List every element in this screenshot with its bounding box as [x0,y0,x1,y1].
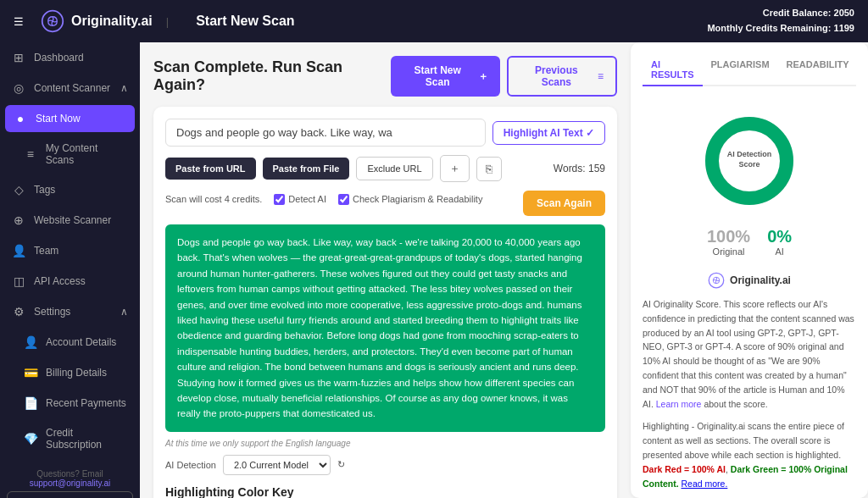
highlighted-text-block: Dogs and people go way back. Like way, w… [165,224,605,432]
sidebar-label-start-now: Start Now [36,113,81,125]
sidebar-label-account: Account Details [46,336,116,348]
paste-from-url-button[interactable]: Paste from URL [165,158,256,180]
chevron-settings-icon: ∧ [120,306,128,318]
original-label: Original [707,246,750,257]
check-plagiarism-checkbox-label[interactable]: Check Plagiarism & Readability [338,194,482,205]
add-icon-button[interactable]: ＋ [440,155,470,182]
ai-label: AI [767,246,792,257]
header-buttons: Start New Scan ＋ Previous Scans ≡ [391,56,617,97]
paste-from-file-button[interactable]: Paste from File [263,158,350,180]
dark-red-label: Dark Red = 100% AI [643,464,726,474]
content-scanner-icon: ◎ [12,81,25,95]
sidebar-item-recent-payments[interactable]: 📄 Recent Payments [0,388,140,418]
sidebar-item-dashboard[interactable]: ⊞ Dashboard [0,42,140,73]
sidebar-item-api-access[interactable]: ◫ API Access [0,266,140,296]
learn-more-link[interactable]: Learn more [656,399,702,409]
model-label: AI Detection [165,460,216,470]
content-area: Scan Complete. Run Scan Again? Start New… [140,42,631,498]
logo-area: ☰ Originality.ai | Start New Scan [14,9,707,33]
sidebar-item-content-scanner[interactable]: ◎ Content Scanner ∧ [0,73,140,103]
sidebar-item-tags[interactable]: ◇ Tags [0,174,140,205]
sidebar-item-billing[interactable]: 💳 Billing Details [0,357,140,388]
read-more-link[interactable]: Read more. [682,479,728,489]
my-scans-icon: ≡ [24,147,37,161]
svg-text:Score: Score [738,160,760,169]
sidebar-label-website-scanner: Website Scanner [34,214,111,226]
sidebar: ⊞ Dashboard ◎ Content Scanner ∧ ● Start … [0,42,140,498]
exclude-url-button[interactable]: Exclude URL [356,157,432,180]
sidebar-item-settings[interactable]: ⚙ Settings ∧ [0,296,140,327]
sidebar-item-credit-subscription[interactable]: 💎 Credit Subscription [0,418,140,459]
cost-label: Scan will cost 4 credits. [165,194,262,204]
originality-brand: Originality.ai [643,272,856,289]
scan-options: Scan will cost 4 credits. Detect AI Chec… [165,194,482,205]
account-icon: 👤 [24,335,37,349]
hamburger-icon[interactable]: ☰ [14,15,24,28]
lang-note: At this time we only support the English… [165,439,605,448]
original-pct: 100% [707,227,750,246]
payments-icon: 📄 [24,396,37,410]
sidebar-label-payments: Recent Payments [46,397,126,409]
color-key-section: Highlighting Color Key 90% confidence th… [165,485,605,498]
copy-icon-button[interactable]: ⎘ [476,157,502,181]
tab-ai-results[interactable]: AI RESULTS [643,54,703,86]
ai-pct: 0% [767,227,792,246]
scan-again-button[interactable]: Scan Again [523,191,605,216]
model-refresh-icon[interactable]: ↻ [337,459,345,470]
credit-info: Credit Balance: 2050 Monthly Credits Rem… [707,6,854,36]
scan-complete-title: Scan Complete. Run Scan Again? [153,58,391,94]
team-icon: 👤 [12,244,25,257]
logout-button[interactable]: Logout [7,491,133,498]
billing-icon: 💳 [24,366,37,379]
text-input-display[interactable]: Dogs and people go way back. Like way, w… [165,119,486,147]
start-new-scan-button[interactable]: Start New Scan ＋ [391,56,500,97]
credit-balance-value: 2050 [834,8,854,18]
brand-name: Originality.ai [71,14,153,29]
sidebar-item-my-team[interactable]: 👤 Team [0,235,140,266]
top-header: ☰ Originality.ai | Start New Scan Credit… [0,0,868,42]
sidebar-label-content-scanner: Content Scanner [34,82,110,94]
donut-chart: AI Detection Score [698,110,800,212]
ai-score-description: AI Originality Score. This score reflect… [643,297,856,411]
credit-sub-icon: 💎 [24,432,37,445]
start-now-icon: ● [14,112,27,125]
results-tabs: AI RESULTS PLAGIARISM READABILITY [643,54,856,86]
check-plagiarism-checkbox[interactable] [338,194,349,205]
sidebar-item-start-now[interactable]: ● Start Now [5,105,135,132]
word-count: Words: 159 [554,163,605,174]
detect-ai-checkbox-label[interactable]: Detect AI [274,194,326,205]
sidebar-item-account-details[interactable]: 👤 Account Details [0,327,140,357]
model-select-dropdown[interactable]: 2.0 Current Model [223,455,331,475]
monthly-credits-value: 1199 [834,23,854,33]
dashboard-icon: ⊞ [12,51,25,64]
svg-text:AI Detection: AI Detection [727,150,772,158]
chevron-icon: ∧ [120,82,128,94]
sidebar-label-dashboard: Dashboard [34,52,84,64]
action-buttons-row: Paste from URL Paste from File Exclude U… [165,155,605,182]
tab-plagiarism[interactable]: PLAGIARISM [703,54,778,86]
originality-logo-icon [708,272,725,289]
scan-panel: Dogs and people go way back. Like way, w… [153,107,617,498]
tab-readability[interactable]: READABILITY [778,54,858,86]
sidebar-item-website-scanner[interactable]: ⊕ Website Scanner [0,205,140,235]
detect-ai-checkbox[interactable] [274,194,285,205]
monthly-credits-label: Monthly Credits Remaining: [707,23,831,33]
donut-chart-container: AI Detection Score [643,103,856,219]
original-score: 100% Original [707,227,750,257]
sidebar-label-team: Team [34,245,58,257]
detect-ai-label: Detect AI [288,194,326,204]
support-email-link[interactable]: support@originality.ai [30,479,111,488]
sidebar-item-my-content-scans[interactable]: ≡ My Content Scans [0,134,140,174]
scan-header: Scan Complete. Run Scan Again? Start New… [153,56,617,97]
highlight-ai-text-button[interactable]: Highlight AI Text ✓ [492,121,605,145]
sidebar-label-settings: Settings [34,306,70,318]
ai-score: 0% AI [767,227,792,257]
previous-scans-button[interactable]: Previous Scans ≡ [507,56,617,97]
color-key-title: Highlighting Color Key [165,485,605,498]
sidebar-bottom: Questions? Email support@originality.ai … [0,459,140,498]
results-panel: AI RESULTS PLAGIARISM READABILITY AI Det… [631,42,868,498]
main-layout: ⊞ Dashboard ◎ Content Scanner ∧ ● Start … [0,42,868,498]
highlight-description: Highlighting - Originality.ai scans the … [643,419,856,490]
api-icon: ◫ [12,274,25,288]
website-scanner-icon: ⊕ [12,213,25,227]
